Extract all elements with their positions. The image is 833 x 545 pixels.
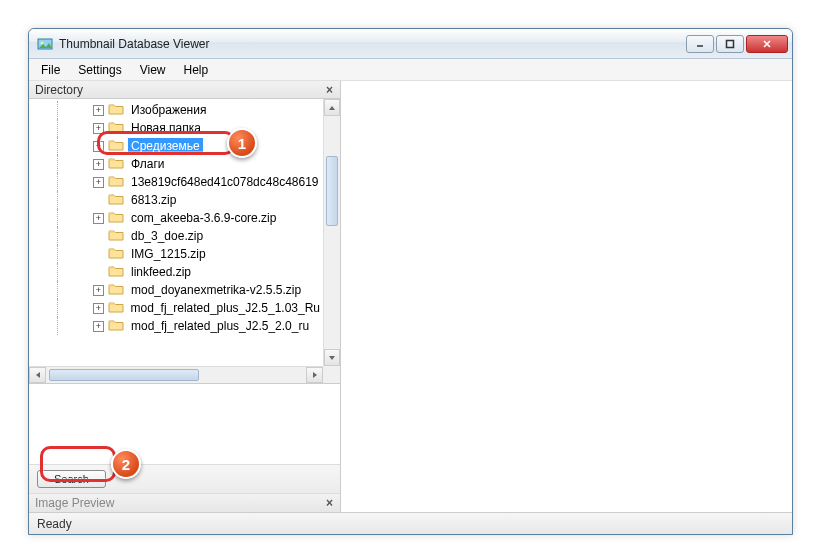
expand-icon[interactable]: + [93, 141, 104, 152]
minimize-button[interactable] [686, 35, 714, 53]
app-icon [37, 36, 53, 52]
tree-item[interactable]: +linkfeed.zip [29, 263, 323, 281]
scroll-down-icon[interactable] [324, 349, 340, 366]
tree-item-label: com_akeeba-3.6.9-core.zip [128, 210, 279, 226]
window-title: Thumbnail Database Viewer [59, 37, 686, 51]
preview-panel-title: Image Preview [35, 496, 323, 510]
tree-item-label: mod_fj_related_plus_J2.5_2.0_ru [128, 318, 312, 334]
tree-item[interactable]: +Новая папка [29, 119, 323, 137]
statusbar: Ready [29, 512, 792, 534]
window-controls [686, 35, 788, 53]
folder-icon [108, 156, 124, 173]
scroll-right-icon[interactable] [306, 367, 323, 383]
tree-item[interactable]: +IMG_1215.zip [29, 245, 323, 263]
body-area: Directory × +Изображения+Новая папка+Сре… [29, 81, 792, 512]
scroll-up-icon[interactable] [324, 99, 340, 116]
tree-item-label: Изображения [128, 102, 209, 118]
tree-item[interactable]: +Изображения [29, 101, 323, 119]
folder-icon [108, 264, 124, 281]
folder-icon [108, 120, 124, 137]
menu-settings[interactable]: Settings [70, 61, 129, 79]
tree-item-label: 13e819cf648ed41c078dc48c48619 [128, 174, 322, 190]
tree-item-label: IMG_1215.zip [128, 246, 209, 262]
tree-item[interactable]: +mod_fj_related_plus_J2.5_1.03_Ru [29, 299, 323, 317]
folder-icon [108, 210, 124, 227]
tree-item-label: Флаги [128, 156, 167, 172]
tree-item-label: linkfeed.zip [128, 264, 194, 280]
vertical-scrollbar[interactable] [323, 99, 340, 366]
tree-item[interactable]: +Флаги [29, 155, 323, 173]
close-button[interactable] [746, 35, 788, 53]
app-window: Thumbnail Database Viewer File Settings … [28, 28, 793, 535]
folder-icon [108, 192, 124, 209]
directory-tree-container: +Изображения+Новая папка+Средиземье+Флаг… [29, 99, 340, 384]
tree-scroll[interactable]: +Изображения+Новая папка+Средиземье+Флаг… [29, 99, 323, 366]
expand-icon[interactable]: + [93, 285, 104, 296]
tree-item[interactable]: +db_3_doe.zip [29, 227, 323, 245]
scroll-thumb[interactable] [326, 156, 338, 226]
maximize-button[interactable] [716, 35, 744, 53]
preview-panel-close-icon[interactable]: × [323, 496, 336, 510]
left-pane: Directory × +Изображения+Новая папка+Сре… [29, 81, 341, 512]
scroll-track[interactable] [324, 116, 340, 349]
search-button[interactable]: Search [37, 470, 106, 488]
directory-panel-header: Directory × [29, 81, 340, 99]
tree-item[interactable]: +mod_fj_related_plus_J2.5_2.0_ru [29, 317, 323, 335]
content-pane [341, 81, 792, 512]
menu-view[interactable]: View [132, 61, 174, 79]
tree-item[interactable]: +Средиземье [29, 137, 323, 155]
horizontal-scrollbar[interactable] [29, 366, 323, 383]
tree-item-label: mod_doyanexmetrika-v2.5.5.zip [128, 282, 304, 298]
tree-item-label: db_3_doe.zip [128, 228, 206, 244]
search-bar: Search [29, 464, 340, 494]
expand-icon[interactable]: + [93, 159, 104, 170]
preview-panel-header: Image Preview × [29, 494, 340, 512]
folder-icon [108, 138, 124, 155]
expand-icon[interactable]: + [93, 303, 104, 314]
folder-icon [108, 102, 124, 119]
directory-panel-title: Directory [35, 83, 323, 97]
tree-item[interactable]: +6813.zip [29, 191, 323, 209]
directory-tree: +Изображения+Новая папка+Средиземье+Флаг… [29, 99, 323, 337]
tree-item-label: Новая папка [128, 120, 204, 136]
folder-icon [108, 300, 124, 317]
folder-icon [108, 246, 124, 263]
expand-icon[interactable]: + [93, 177, 104, 188]
tree-item[interactable]: +com_akeeba-3.6.9-core.zip [29, 209, 323, 227]
expand-icon[interactable]: + [93, 321, 104, 332]
status-text: Ready [37, 517, 72, 531]
menu-file[interactable]: File [33, 61, 68, 79]
expand-icon[interactable]: + [93, 105, 104, 116]
folder-icon [108, 282, 124, 299]
titlebar: Thumbnail Database Viewer [29, 29, 792, 59]
scroll-corner [323, 366, 340, 383]
menubar: File Settings View Help [29, 59, 792, 81]
tree-item-label: Средиземье [128, 138, 203, 154]
directory-panel-close-icon[interactable]: × [323, 83, 336, 97]
menu-help[interactable]: Help [176, 61, 217, 79]
expand-icon[interactable]: + [93, 213, 104, 224]
tree-item-label: 6813.zip [128, 192, 179, 208]
expand-icon[interactable]: + [93, 123, 104, 134]
folder-icon [108, 228, 124, 245]
folder-icon [108, 174, 124, 191]
svg-rect-3 [727, 40, 734, 47]
hscroll-thumb[interactable] [49, 369, 199, 381]
folder-icon [108, 318, 124, 335]
list-gap [29, 384, 340, 464]
tree-item[interactable]: +mod_doyanexmetrika-v2.5.5.zip [29, 281, 323, 299]
tree-item-label: mod_fj_related_plus_J2.5_1.03_Ru [128, 300, 323, 316]
tree-item[interactable]: +13e819cf648ed41c078dc48c48619 [29, 173, 323, 191]
scroll-left-icon[interactable] [29, 367, 46, 383]
